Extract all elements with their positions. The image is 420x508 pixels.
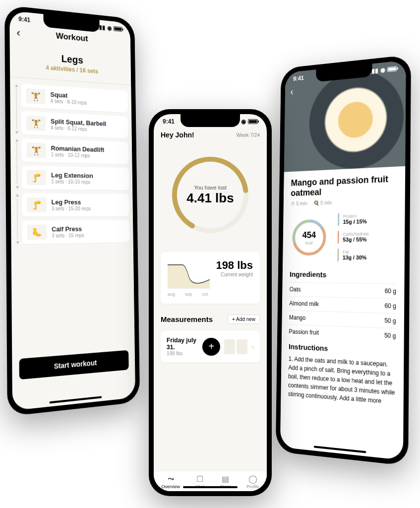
- instructions-heading: Instructions: [289, 342, 396, 356]
- wifi-icon: ◉: [107, 24, 112, 31]
- progress-value: 4.41 lbs: [186, 190, 234, 206]
- progress-ring: You have lost 4.41 lbs: [168, 153, 252, 237]
- tab-overview[interactable]: ⤳ Overview: [161, 474, 180, 489]
- weight-card[interactable]: aug sep oct 198 lbs Current weight: [161, 252, 260, 304]
- measurements-title: Measurements: [161, 315, 213, 323]
- exercise-thumb-icon: 🏋️: [26, 142, 46, 158]
- page-title: Workout: [56, 31, 88, 44]
- exercise-detail: 3 sets · 15-20 reps: [52, 206, 91, 211]
- instructions-text: 1. Add the oats and milk to a saucepan. …: [288, 354, 396, 407]
- add-measurement-button[interactable]: +: [202, 338, 220, 356]
- exercise-card[interactable]: 🦶 Calf Press 3 sets · 15 reps: [22, 220, 130, 244]
- status-time: 9:41: [293, 74, 304, 82]
- back-icon[interactable]: ‹: [290, 86, 293, 97]
- exercise-name: Calf Press: [52, 225, 84, 233]
- wifi-icon: ◉: [241, 118, 246, 125]
- photo-thumb[interactable]: [237, 339, 247, 354]
- recipe-title: Mango and passion fruit oatmeal: [291, 174, 397, 198]
- exercise-thumb-icon: 🏋️: [26, 88, 46, 105]
- weight-chart: [168, 259, 210, 289]
- ingredient-row: Oats 60 g: [290, 282, 397, 299]
- macro-carb: Carbohydrate 53g / 55%: [338, 230, 397, 244]
- chart-month: sep: [185, 292, 192, 297]
- exercise-name: Leg Press: [52, 198, 91, 206]
- add-new-button[interactable]: + Add new: [228, 315, 260, 324]
- exercise-thumb-icon: 🦵: [27, 197, 47, 212]
- progress-label: You have lost: [194, 185, 227, 190]
- overview-icon: ⤳: [168, 474, 174, 483]
- cook-time: 🍳 5 min: [313, 200, 332, 206]
- status-time: 9:41: [18, 15, 30, 23]
- chart-month: aug: [168, 292, 175, 297]
- start-workout-button[interactable]: Start workout: [19, 350, 129, 380]
- chat-icon: ☐: [196, 474, 203, 483]
- back-icon[interactable]: ‹: [16, 26, 20, 40]
- week-indicator: Week 7/24: [236, 132, 260, 138]
- exercise-thumb-icon: 🏋️: [26, 115, 46, 131]
- macro-fat: Fat 13g / 30%: [337, 248, 396, 261]
- exercise-detail: 1 sets · 10-15 reps: [51, 179, 93, 185]
- wifi-icon: ◉: [380, 66, 385, 74]
- ingredients-heading: Ingredients: [290, 270, 396, 279]
- kcal-unit: kcal: [305, 240, 313, 245]
- exercise-card[interactable]: 🏋️ Split Squat, Barbell 4 sets · 8-12 re…: [21, 111, 128, 138]
- tab-profile[interactable]: ◯ Profile: [246, 474, 259, 489]
- measurement-date: Friday july 31.: [167, 337, 202, 351]
- prep-time: ⏱ 5 min: [291, 201, 307, 207]
- home-indicator[interactable]: [314, 445, 366, 453]
- battery-icon: [114, 26, 122, 32]
- exercise-detail: 3 sets · 15 reps: [52, 233, 84, 239]
- exercise-card[interactable]: 🦵 Leg Press 3 sets · 15-20 reps: [22, 193, 129, 216]
- exercise-thumb-icon: 🦵: [27, 170, 47, 185]
- exercise-card[interactable]: 🏋️ Romanian Deadlift 1 sets · 10-12 reps: [21, 138, 128, 164]
- chevron-right-icon: ›: [251, 343, 254, 351]
- photo-thumb[interactable]: [224, 339, 235, 354]
- kcal-value: 454: [302, 230, 316, 240]
- exercise-name: Leg Extension: [51, 171, 93, 179]
- calorie-ring: 454 kcal: [290, 217, 329, 258]
- measurement-card[interactable]: Friday july 31. 198 lbs + ›: [161, 331, 260, 362]
- home-indicator[interactable]: [50, 396, 102, 403]
- phone-recipe: 9:41 ▮▮▮ ◉ ‹ Mango and passion fruit oat…: [276, 55, 411, 466]
- exercise-card[interactable]: 🏋️ Squat 4 sets · 8-10 reps: [21, 84, 128, 113]
- current-weight-value: 198 lbs: [216, 259, 253, 272]
- home-indicator[interactable]: [183, 486, 238, 488]
- battery-icon: [387, 66, 397, 72]
- exercise-thumb-icon: 🦶: [27, 224, 47, 240]
- plans-icon: ▤: [222, 474, 229, 483]
- macro-protein: Protein 15g / 15%: [338, 212, 397, 226]
- status-time: 9:41: [163, 118, 175, 125]
- chart-month: oct: [202, 292, 208, 297]
- phone-workout: 9:41 ▮▮▮ ◉ ‹ Workout Legs 4 aktivities /…: [4, 5, 140, 416]
- measurement-value: 198 lbs: [167, 351, 202, 356]
- current-weight-label: Current weight: [216, 272, 253, 277]
- battery-icon: [248, 119, 258, 124]
- greeting: Hey John!: [161, 131, 194, 139]
- exercise-card[interactable]: 🦵 Leg Extension 1 sets · 10-15 reps: [22, 166, 129, 190]
- profile-icon: ◯: [248, 474, 257, 483]
- phone-overview: 9:41 ▮▮▮ ◉ Hey John! Week 7/24 You have …: [149, 109, 272, 496]
